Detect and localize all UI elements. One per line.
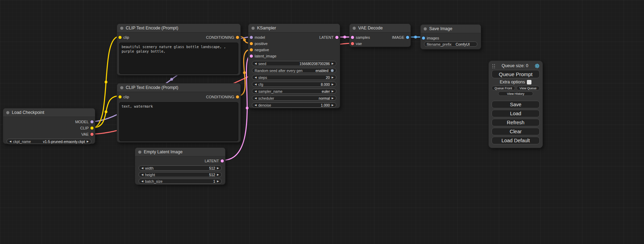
widget-width[interactable]: ◀ width 512 ▶ [139, 165, 222, 171]
increment-arrow-icon[interactable]: ▶ [217, 180, 219, 183]
wire-midpoint-dot [414, 36, 417, 38]
increment-arrow-icon[interactable]: ▶ [332, 62, 334, 65]
widget-denoise[interactable]: ◀ denoise 1.000 ▶ [252, 102, 336, 108]
decrement-arrow-icon[interactable]: ◀ [141, 173, 143, 176]
decrement-arrow-icon[interactable]: ◀ [141, 167, 143, 170]
collapse-dot-icon[interactable] [138, 151, 141, 154]
refresh-button[interactable]: Refresh [492, 119, 540, 126]
decrement-arrow-icon[interactable]: ◀ [255, 76, 257, 79]
widget-height[interactable]: ◀ height 512 ▶ [139, 172, 222, 177]
increment-arrow-icon[interactable]: ▶ [332, 97, 334, 100]
increment-arrow-icon[interactable]: ▶ [217, 167, 219, 170]
widget-ckpt-name[interactable]: ◀ ckpt_name v1-5-pruned-emaonly.ckpt ▶ [7, 139, 91, 144]
wire-midpoint-dot [343, 36, 346, 38]
node-empty-latent-image[interactable]: Empty Latent Image LATENT ◀ width 512 ▶ … [135, 147, 226, 185]
collapse-dot-icon[interactable] [353, 27, 356, 30]
decrement-arrow-icon[interactable]: ◀ [255, 97, 257, 100]
input-port-positive[interactable] [250, 42, 253, 45]
output-port-image[interactable] [406, 36, 409, 39]
queue-front-button[interactable]: Queue Front [492, 86, 515, 90]
widget-name: height [145, 173, 155, 177]
wire-midpoint-dot [170, 78, 173, 81]
widget-value: 20 [326, 75, 330, 80]
input-port-clip[interactable] [118, 96, 122, 99]
collapse-dot-icon[interactable] [120, 86, 123, 89]
node-title-bar[interactable]: CLIP Text Encode (Prompt) [117, 24, 240, 33]
node-clip-text-encode-positive[interactable]: CLIP Text Encode (Prompt) clip CONDITION… [117, 24, 241, 75]
node-title: Load Checkpoint [12, 110, 44, 115]
clear-button[interactable]: Clear [492, 128, 540, 135]
decrement-arrow-icon[interactable]: ◀ [255, 62, 257, 65]
settings-gear-icon[interactable] [535, 63, 540, 69]
node-graph-canvas[interactable]: Load Checkpoint MODEL CLIP VAE ◀ ckpt_na… [0, 0, 644, 244]
node-save-image[interactable]: Save Image images filename_prefix ComfyU… [420, 24, 481, 49]
widget-scheduler[interactable]: ◀ scheduler normal ▶ [252, 96, 336, 101]
view-queue-button[interactable]: View Queue [517, 86, 540, 90]
increment-arrow-icon[interactable]: ▶ [332, 76, 334, 79]
node-title-bar[interactable]: VAE Decode [350, 24, 411, 33]
output-port-vae[interactable] [90, 133, 94, 136]
node-title-bar[interactable]: Save Image [421, 25, 481, 33]
decrement-arrow-icon[interactable]: ◀ [141, 180, 143, 183]
widget-cfg[interactable]: ◀ cfg 8.000 ▶ [252, 82, 336, 87]
node-clip-text-encode-negative[interactable]: CLIP Text Encode (Prompt) clip CONDITION… [117, 83, 241, 143]
queue-menu-panel: Queue size: 0 Queue Prompt Extra options [488, 61, 543, 148]
node-title-bar[interactable]: Empty Latent Image [135, 148, 225, 156]
output-port-latent[interactable] [221, 160, 224, 163]
decrement-arrow-icon[interactable]: ◀ [9, 140, 11, 143]
increment-arrow-icon[interactable]: ▶ [332, 83, 334, 86]
node-load-checkpoint[interactable]: Load Checkpoint MODEL CLIP VAE ◀ ckpt_na… [3, 108, 95, 144]
widget-value: 156680208700286 [300, 62, 330, 66]
input-port-images[interactable] [422, 37, 425, 40]
widget-steps[interactable]: ◀ steps 20 ▶ [252, 75, 336, 80]
drag-handle-icon[interactable] [492, 63, 495, 68]
slot-row: samples IMAGE [350, 34, 411, 40]
increment-arrow-icon[interactable]: ▶ [87, 140, 89, 143]
collapse-dot-icon[interactable] [6, 111, 9, 114]
view-history-button[interactable]: View History [498, 91, 533, 96]
increment-arrow-icon[interactable]: ▶ [332, 104, 334, 107]
widget-filename-prefix[interactable]: filename_prefix ComfyUI [424, 42, 477, 47]
widget-value: 1.000 [321, 103, 330, 107]
output-port-clip[interactable] [90, 127, 94, 130]
extra-options-checkbox[interactable] [527, 80, 531, 84]
widget-random-seed-toggle[interactable]: Random seed after every gen enabled [252, 68, 336, 73]
input-port-clip[interactable] [118, 36, 122, 39]
load-default-button[interactable]: Load Default [492, 137, 540, 144]
output-port-conditioning[interactable] [236, 96, 239, 99]
input-port-samples[interactable] [351, 36, 354, 39]
output-port-latent[interactable] [335, 36, 338, 39]
widget-seed[interactable]: ◀ seed 156680208700286 ▶ [252, 61, 336, 66]
node-title-bar[interactable]: CLIP Text Encode (Prompt) [117, 83, 240, 92]
decrement-arrow-icon[interactable]: ◀ [255, 83, 257, 86]
queue-prompt-button[interactable]: Queue Prompt [492, 70, 540, 78]
node-title-bar[interactable]: Load Checkpoint [3, 108, 95, 117]
input-port-model[interactable] [250, 36, 253, 39]
input-port-latent-image[interactable] [250, 55, 253, 58]
widget-sampler-name[interactable]: ◀ sampler_name euler ▶ [252, 89, 336, 94]
save-button[interactable]: Save [492, 101, 540, 108]
slot-row: CLIP [3, 125, 95, 131]
prompt-textarea[interactable]: text, watermark [119, 102, 238, 141]
increment-arrow-icon[interactable]: ▶ [217, 173, 219, 176]
output-port-conditioning[interactable] [236, 36, 239, 39]
node-title-bar[interactable]: KSampler [248, 24, 340, 33]
collapse-dot-icon[interactable] [252, 27, 255, 30]
output-port-model[interactable] [90, 120, 94, 124]
node-vae-decode[interactable]: VAE Decode samples IMAGE vae [349, 24, 411, 47]
menu-header: Queue size: 0 [492, 63, 540, 69]
decrement-arrow-icon[interactable]: ◀ [255, 104, 257, 107]
decrement-arrow-icon[interactable]: ◀ [255, 90, 257, 93]
collapse-dot-icon[interactable] [424, 27, 427, 30]
widget-batch-size[interactable]: ◀ batch_size 1 ▶ [139, 179, 222, 184]
increment-arrow-icon[interactable]: ▶ [332, 90, 334, 93]
node-ksampler[interactable]: KSampler model LATENT positive negative … [248, 24, 340, 108]
toggle-dot-icon[interactable] [331, 69, 334, 72]
slot-row: latent_image [248, 53, 340, 59]
collapse-dot-icon[interactable] [120, 27, 123, 30]
load-button[interactable]: Load [492, 110, 540, 117]
input-port-vae[interactable] [351, 42, 354, 45]
widget-name: sampler_name [258, 89, 282, 93]
input-port-negative[interactable] [250, 48, 253, 52]
prompt-textarea[interactable]: beautiful scenery nature glass bottle la… [119, 43, 238, 74]
